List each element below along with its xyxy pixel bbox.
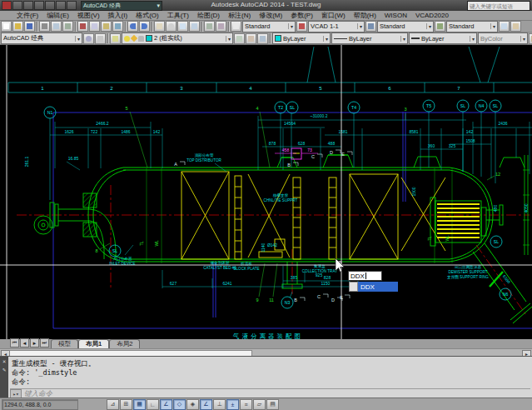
- paste-icon[interactable]: [101, 21, 112, 32]
- tab-model[interactable]: 模型: [51, 339, 78, 348]
- publish-icon[interactable]: [62, 21, 73, 32]
- layer-combo[interactable]: 2 (粗实线) ▾: [122, 32, 233, 44]
- first-tab-icon[interactable]: ⏮: [10, 338, 19, 348]
- toggle-grid[interactable]: ▦: [133, 399, 146, 410]
- lineweight-combo[interactable]: ByLayer ▾: [409, 32, 477, 44]
- design-center-icon[interactable]: [216, 21, 226, 32]
- properties-icon[interactable]: [204, 21, 215, 32]
- linetype-value: ByLayer: [349, 35, 372, 42]
- undo-icon[interactable]: [56, 1, 66, 10]
- mleader-style-combo[interactable]: Standard▾: [446, 21, 498, 32]
- toggle-snap[interactable]: ⊞: [120, 399, 132, 410]
- color-combo[interactable]: ByLayer ▾: [272, 32, 331, 44]
- dim-style-icon[interactable]: [296, 21, 307, 32]
- toggle-ortho[interactable]: ∟: [147, 399, 159, 410]
- annotation-scale-icon[interactable]: [510, 21, 521, 32]
- layer-freeze-icon[interactable]: [131, 35, 137, 42]
- layer-on-icon[interactable]: [124, 36, 130, 42]
- tab-layout1[interactable]: 布局1: [78, 339, 109, 348]
- balloon-n4: N4: [475, 100, 487, 112]
- save-icon[interactable]: [34, 1, 44, 10]
- match-properties-icon[interactable]: [112, 21, 123, 32]
- wrench-icon[interactable]: ✎: [2, 367, 6, 373]
- toggle-lineweight[interactable]: ≡: [240, 399, 252, 410]
- menu-format[interactable]: 格式(O): [132, 11, 162, 20]
- save-icon[interactable]: [24, 21, 35, 32]
- last-tab-icon[interactable]: ⏭: [40, 338, 49, 348]
- menu-window[interactable]: 窗口(W): [318, 11, 349, 20]
- command-suggestion-list[interactable]: DDX: [349, 282, 398, 292]
- text-style-icon[interactable]: [231, 21, 241, 32]
- zoom-window-icon[interactable]: [177, 21, 188, 32]
- save-workspace-icon[interactable]: [95, 33, 106, 44]
- menu-edit[interactable]: 编辑(E): [43, 11, 72, 20]
- plot-preview-icon[interactable]: [51, 21, 62, 32]
- cut-icon[interactable]: [77, 21, 88, 32]
- table-style-combo[interactable]: Standard▾: [377, 21, 434, 32]
- toggle-transparency[interactable]: ▱: [253, 399, 266, 410]
- annotation-icon[interactable]: [499, 21, 510, 32]
- toggle-3d-osnap[interactable]: ◈: [186, 399, 199, 410]
- redo-icon[interactable]: [139, 21, 150, 32]
- layer-properties-icon[interactable]: [110, 33, 121, 44]
- close-icon[interactable]: ×: [2, 358, 6, 365]
- toggle-osnap[interactable]: ◇: [173, 399, 186, 410]
- make-object-layer-icon[interactable]: [246, 33, 256, 44]
- mleader-style-icon[interactable]: [435, 21, 445, 32]
- menu-dimension[interactable]: 标注(N): [225, 11, 254, 20]
- menu-parametric[interactable]: 参数(P): [287, 11, 316, 20]
- layer-lock-icon[interactable]: [138, 36, 144, 42]
- menu-modify[interactable]: 修改(M): [256, 11, 286, 20]
- new-icon[interactable]: [1, 21, 12, 32]
- command-line-window[interactable]: × ✎ 重生成模型 - 缓存视口。 命令: '_dimstyle 命令: ▸▾ …: [0, 356, 532, 398]
- menu-draw[interactable]: 绘图(D): [194, 11, 223, 20]
- menu-tools[interactable]: 工具(T): [164, 11, 192, 20]
- menu-vcad2020[interactable]: VCAD2020: [412, 12, 452, 19]
- tab-layout2[interactable]: 布局2: [109, 339, 140, 348]
- menu-view[interactable]: 视图(V): [74, 11, 103, 20]
- new-icon[interactable]: [12, 1, 22, 10]
- svg-text:325: 325: [449, 143, 456, 148]
- undo-icon[interactable]: [127, 21, 138, 32]
- horizontal-scrollbar[interactable]: ◄ ►: [0, 348, 532, 356]
- layer-previous-icon[interactable]: [257, 33, 268, 44]
- open-icon[interactable]: [12, 21, 23, 32]
- workspaces-combo[interactable]: AutoCAD 经典▾: [1, 32, 82, 44]
- dim-style-combo[interactable]: VCAD 1-1▾: [308, 21, 365, 32]
- workspace-settings-icon[interactable]: [83, 33, 94, 44]
- toggle-infer-constraints[interactable]: ⊿: [107, 399, 119, 410]
- next-tab-icon[interactable]: ►: [30, 338, 39, 348]
- chevron-down-icon: ▾: [470, 36, 475, 42]
- command-suggestion-value[interactable]: DDX: [358, 282, 398, 292]
- toggle-otrack[interactable]: ∠: [200, 399, 212, 410]
- help-search-input[interactable]: [467, 1, 530, 11]
- plot-icon[interactable]: [45, 1, 55, 10]
- prev-tab-icon[interactable]: ◄: [20, 338, 29, 348]
- zoom-realtime-icon[interactable]: [166, 21, 177, 32]
- distance-icon[interactable]: [529, 33, 532, 44]
- toggle-ducs[interactable]: ⊥: [213, 399, 226, 410]
- app-logo-icon[interactable]: [2, 1, 12, 10]
- open-icon[interactable]: [23, 1, 33, 10]
- workspace-dropdown[interactable]: AutoCAD 经典▾: [81, 1, 162, 11]
- linetype-combo[interactable]: ByLayer ▾: [331, 32, 408, 44]
- zoom-previous-icon[interactable]: [189, 21, 200, 32]
- layer-states-icon[interactable]: [234, 33, 245, 44]
- pan-icon[interactable]: [154, 21, 165, 32]
- color-value: ByLayer: [283, 35, 306, 42]
- menu-help[interactable]: 帮助(H): [351, 11, 380, 20]
- table-style-icon[interactable]: [365, 21, 376, 32]
- coordinate-display[interactable]: 1294.0, 488.8, 0.0: [2, 399, 78, 410]
- menu-file[interactable]: 文件(F): [13, 11, 42, 20]
- text-style-combo[interactable]: Standard▾: [242, 21, 296, 32]
- dynamic-input-field[interactable]: DDX: [348, 271, 382, 281]
- menu-wison[interactable]: WISON: [381, 12, 410, 19]
- drawing-canvas[interactable]: 1 2 3 4 5 6 7: [0, 45, 532, 339]
- copy-icon[interactable]: [89, 21, 100, 32]
- menu-insert[interactable]: 插入(I): [105, 11, 132, 20]
- toggle-dyn[interactable]: ±: [226, 399, 239, 410]
- redo-icon[interactable]: [67, 1, 77, 10]
- plot-icon[interactable]: [39, 21, 50, 32]
- toggle-quick-properties[interactable]: ▤: [266, 399, 279, 410]
- toggle-polar[interactable]: ∠: [160, 399, 172, 410]
